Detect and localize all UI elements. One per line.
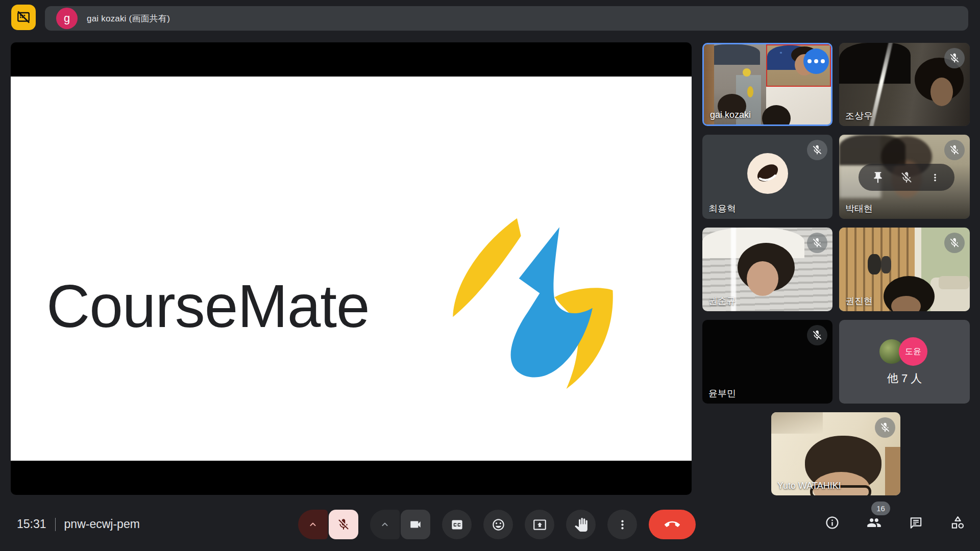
camera-toggle-button[interactable] bbox=[401, 510, 430, 539]
mic-off-icon bbox=[812, 237, 823, 248]
overflow-avatars: 도윤 bbox=[876, 337, 933, 366]
participant-avatar bbox=[747, 153, 788, 194]
clock-time: 15:31 bbox=[17, 517, 46, 531]
tile-more-options-button[interactable] bbox=[803, 48, 829, 74]
participant-name: gai kozaki bbox=[710, 110, 751, 120]
more-vert-icon bbox=[616, 518, 629, 532]
video-detail bbox=[885, 447, 900, 495]
pin-participant-button[interactable] bbox=[869, 168, 887, 187]
shapes-icon bbox=[950, 515, 965, 530]
slide-title: CourseMate bbox=[46, 271, 370, 341]
mic-off-icon bbox=[949, 53, 960, 64]
participant-tile[interactable]: 최용혁 bbox=[702, 135, 832, 219]
muted-indicator bbox=[807, 325, 827, 345]
meeting-info: 15:31 pnw-ecwj-pem bbox=[17, 517, 140, 531]
video-detail bbox=[939, 276, 969, 289]
chat-icon bbox=[909, 515, 923, 530]
shared-screen[interactable]: CourseMate bbox=[11, 42, 692, 495]
participant-name: 박태현 bbox=[845, 203, 873, 215]
presenter-label: gai kozaki (画面共有) bbox=[87, 13, 170, 24]
dot bbox=[821, 59, 825, 63]
presenter-banner: g gai kozaki (画面共有) bbox=[45, 6, 968, 31]
participant-tile[interactable]: 윤부민 bbox=[702, 320, 832, 404]
emoji-icon bbox=[492, 518, 505, 532]
mic-off-icon bbox=[949, 144, 960, 156]
participant-count-badge: 16 bbox=[871, 502, 890, 515]
chevron-up-icon bbox=[380, 519, 390, 530]
camera-options-button[interactable] bbox=[370, 510, 400, 539]
more-vert-icon bbox=[929, 172, 941, 183]
present-button[interactable] bbox=[525, 510, 554, 539]
dot bbox=[814, 59, 818, 63]
mic-off-icon bbox=[900, 171, 913, 184]
presenter-avatar: g bbox=[56, 8, 78, 29]
participant-tile[interactable]: 권순규 bbox=[702, 228, 832, 311]
captions-button[interactable] bbox=[442, 510, 472, 539]
mic-off-icon bbox=[812, 330, 823, 341]
participant-tile[interactable]: Yuto WATAHIKI bbox=[771, 412, 900, 495]
mic-options-button[interactable] bbox=[298, 510, 328, 539]
muted-indicator bbox=[875, 417, 895, 438]
presentation-off-icon bbox=[16, 10, 31, 25]
end-call-button[interactable] bbox=[649, 510, 696, 539]
meet-window: g gai kozaki (画面共有) CourseMate bbox=[0, 0, 980, 551]
participant-name: 최용혁 bbox=[708, 203, 736, 215]
mic-off-icon bbox=[949, 237, 960, 248]
meeting-details-button[interactable] bbox=[820, 510, 844, 535]
dot bbox=[807, 59, 812, 63]
video-detail bbox=[747, 261, 778, 296]
muted-indicator bbox=[944, 48, 965, 68]
mute-participant-button[interactable] bbox=[897, 168, 916, 187]
tile-hover-controls bbox=[859, 164, 954, 191]
call-controls bbox=[298, 510, 696, 539]
video-detail bbox=[743, 68, 751, 77]
divider bbox=[55, 518, 56, 531]
cc-icon bbox=[450, 518, 464, 532]
chat-panel-button[interactable] bbox=[903, 510, 928, 535]
coursemate-logo bbox=[442, 215, 620, 393]
info-icon bbox=[825, 515, 840, 530]
participant-tile-gai-kozaki[interactable]: gai kozaki bbox=[702, 43, 832, 126]
more-options-button[interactable] bbox=[607, 510, 637, 539]
chevron-up-icon bbox=[308, 519, 318, 530]
participant-name: Yuto WATAHIKI bbox=[777, 481, 841, 491]
participant-name: 권진현 bbox=[845, 295, 873, 307]
people-icon bbox=[867, 515, 881, 530]
muted-indicator bbox=[944, 233, 965, 253]
reactions-button[interactable] bbox=[483, 510, 513, 539]
video-detail bbox=[762, 105, 791, 126]
video-detail bbox=[868, 254, 881, 274]
overflow-count-label: 他 7 人 bbox=[887, 371, 922, 386]
overflow-content: 도윤 他 7 人 bbox=[839, 320, 970, 404]
participant-name: 윤부민 bbox=[708, 387, 736, 399]
mic-toggle-button[interactable] bbox=[329, 510, 358, 539]
video-detail bbox=[839, 135, 905, 165]
people-panel-button[interactable]: 16 bbox=[862, 510, 886, 535]
overflow-participants-tile[interactable]: 도윤 他 7 人 bbox=[839, 320, 970, 404]
panel-buttons: 16 bbox=[820, 510, 970, 535]
presentation-paused-badge[interactable] bbox=[11, 5, 36, 30]
videocam-icon bbox=[409, 518, 422, 531]
participant-name: 권순규 bbox=[708, 295, 736, 307]
participant-tile[interactable]: 박태현 bbox=[839, 135, 970, 219]
video-detail bbox=[881, 256, 891, 273]
camera-control-group bbox=[370, 510, 430, 539]
muted-indicator bbox=[944, 140, 965, 160]
participant-video bbox=[766, 87, 831, 124]
participant-name: 조상우 bbox=[845, 110, 873, 122]
raise-hand-icon bbox=[574, 518, 588, 532]
participant-tile[interactable]: 조상우 bbox=[839, 43, 970, 126]
pin-icon bbox=[871, 171, 885, 184]
participant-tile[interactable]: 권진현 bbox=[839, 228, 970, 311]
raise-hand-button[interactable] bbox=[566, 510, 596, 539]
video-detail bbox=[839, 43, 911, 84]
mic-off-icon bbox=[337, 518, 350, 531]
call-end-icon bbox=[665, 517, 680, 532]
video-detail bbox=[930, 78, 953, 106]
video-detail bbox=[771, 412, 823, 434]
participant-more-button[interactable] bbox=[926, 168, 944, 187]
activities-panel-button[interactable] bbox=[945, 510, 970, 535]
muted-indicator bbox=[807, 233, 827, 253]
avatar: 도윤 bbox=[899, 337, 927, 366]
slide-canvas: CourseMate bbox=[11, 77, 692, 461]
